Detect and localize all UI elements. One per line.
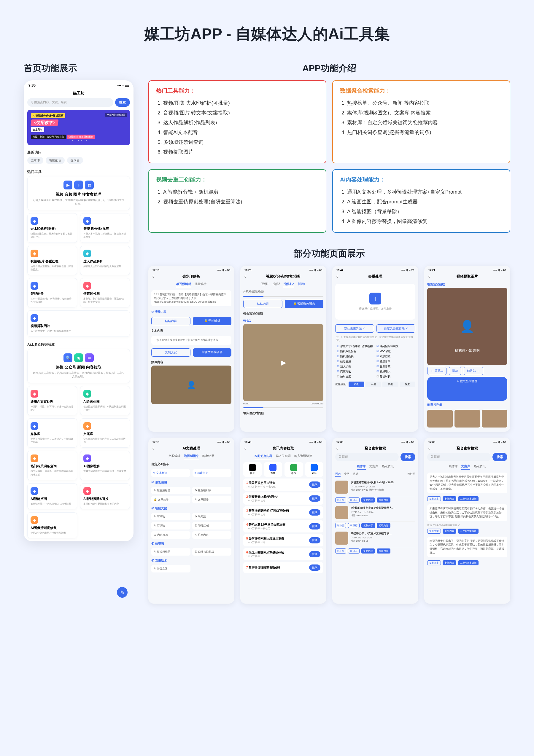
ai-tool-card[interactable]: ◆Ai智能抠图智能识别图片中的人物物体，精准抠图	[27, 483, 77, 509]
media-action[interactable]: 拉取内容	[377, 549, 390, 554]
threshold-slider[interactable]	[243, 296, 323, 297]
media-action[interactable]: ⎘ 斗音	[335, 549, 346, 554]
source-app[interactable]: 百度	[264, 462, 282, 477]
tab-video2[interactable]: 视频2	[272, 282, 280, 287]
upload-area[interactable]: ↑ 请选择有视频/图片文件上传	[335, 284, 415, 320]
video-progress[interactable]	[243, 407, 323, 408]
ai-cmd-tag[interactable]: ⚙ 检查错别字	[192, 487, 231, 494]
back-icon[interactable]: ‹	[153, 446, 154, 451]
thumb[interactable]	[335, 481, 348, 494]
search-input[interactable]: Q 搜热点内容、文案、短视…	[27, 98, 113, 107]
fetch-button[interactable]: 拉取	[309, 551, 321, 557]
ai-cmd-tag[interactable]: ✎ 写概论	[151, 513, 190, 520]
checkbox-option[interactable]: 亮度修改	[337, 370, 374, 373]
tab-video1[interactable]: 视频1	[261, 282, 269, 287]
split-button[interactable]: 🔓 智能拆分镜头	[285, 300, 323, 308]
thumb[interactable]	[482, 410, 507, 427]
thumb[interactable]	[335, 531, 348, 545]
back-icon[interactable]: ‹	[244, 446, 246, 451]
tool-card[interactable]: ◆智能 拆分镜+混剪可导入多个视频，拆分镜头，随机混剪成新视频	[80, 213, 130, 243]
paste-button[interactable]: 粘贴内容	[243, 300, 282, 308]
tool-card[interactable]: ◆智能配音100+中配音角色，所有情绪、每角色语气变化演绎	[27, 278, 77, 308]
video-preview[interactable]: ▶	[243, 324, 323, 401]
copy-button[interactable]: 复制文案	[151, 348, 190, 357]
ai-cmd-tag[interactable]: ✎ 文章翻译	[192, 496, 231, 503]
checkbox-option[interactable]: 随机Ai裁创色	[337, 350, 374, 353]
checkbox-option[interactable]: 序列帧后等调改	[377, 344, 413, 348]
back-icon[interactable]: ‹	[244, 274, 246, 279]
promo-banner[interactable]: Ai智能拆分分镜+随机混剪 <使用教学> 全新Ai文案编辑器 去水印? 热搜、新…	[27, 110, 130, 145]
tool-card[interactable]: ◆视频/图片 去重处理通过自研去重算法，均衡多种设置，降低查重度。	[27, 246, 77, 275]
ai-cmd-tag[interactable]: ✎ 带货文案	[151, 565, 190, 573]
media-action[interactable]: ⊞ 保存	[348, 523, 359, 528]
checkbox-option[interactable]: 随机转换换	[337, 355, 374, 359]
paste-button[interactable]: 粘贴内容	[151, 317, 190, 325]
capture-button[interactable]: ✂ 截取当前画面	[427, 377, 507, 401]
tab-add[interactable]: 新增+	[298, 282, 306, 287]
media-action[interactable]: ⎘ 斗音	[335, 498, 346, 502]
checkbox-option[interactable]: 淡入淡出	[337, 364, 374, 368]
del-btn[interactable]: 删除内容	[443, 496, 456, 501]
recent-pill[interactable]: 提词器	[67, 157, 83, 164]
url-textarea[interactable]: 6.12 复制打开抖音，看看【测绘的图片】山东人强悍直内原来如此#山东 # 山东…	[151, 290, 231, 306]
recent-pill[interactable]: 去水印	[27, 157, 43, 164]
media-action[interactable]: 复制内容	[361, 523, 375, 528]
feature-big-card[interactable]: ▶ ♪ ▦ 视频 音频 图片 转文案处理 可输入媒体平台音视链接，支持图片内容理…	[27, 176, 130, 210]
search-button[interactable]: 搜索	[401, 453, 415, 461]
ai-cmd-tag[interactable]: 🔒 文章总结	[151, 496, 190, 503]
ai-tool-card[interactable]: ◆文案库众多领域Ai撰定格内容探，二次Ai假设拷作	[80, 418, 130, 448]
source-app[interactable]: 知乎	[305, 462, 324, 477]
editor-button[interactable]: 前往文案编辑器	[193, 348, 231, 357]
fwd-1s-button[interactable]: 前进1s →	[464, 367, 483, 375]
checkbox-option[interactable]: 音量音频	[377, 364, 413, 368]
source-app[interactable]: 抖音	[243, 462, 262, 477]
fetch-button[interactable]: 拉取	[309, 481, 321, 488]
ai-cmd-tag[interactable]: ⦿ 口播拉取脱搞	[192, 548, 231, 555]
recent-pill[interactable]: 智能配音	[46, 157, 65, 164]
intensity-option[interactable]: 高级	[382, 382, 398, 387]
fetch-button[interactable]: 拉取	[309, 537, 321, 543]
checkbox-option[interactable]: MD5修改	[377, 350, 413, 353]
edit-btn[interactable]: 二次Ai文案编辑	[458, 560, 479, 565]
copy-btn[interactable]: 复制文案	[427, 496, 441, 501]
ai-tool-card[interactable]: ◆通用Ai文案处理Ai撰技、消重、改写 等，众多Ai文案处理能力	[27, 386, 77, 415]
ai-tool-card[interactable]: ◆Ai智能擦除&替换支持任何选中要擦除和替换的内容	[80, 483, 130, 509]
search-button[interactable]: 搜索	[115, 98, 130, 107]
tab-video3[interactable]: 视频3 ✓	[283, 282, 294, 287]
clear-link[interactable]: ⊘ 清除内容	[151, 308, 231, 315]
parse-button[interactable]: 🔓 开始解析	[193, 317, 231, 325]
copy-btn[interactable]: 复制文案	[427, 560, 441, 565]
fetch-button[interactable]: 拉取	[309, 496, 321, 501]
ai-cmd-tag[interactable]: ✎ 短视频标题	[151, 548, 190, 555]
search-input[interactable]: Q 汉服	[335, 453, 399, 461]
search-input[interactable]: Q 汉服	[427, 453, 491, 461]
checkbox-option[interactable]: 修改尺寸+画中画+背景模糊	[337, 344, 374, 348]
fetch-button[interactable]: 拉取	[309, 509, 321, 516]
tool-card[interactable]: ◆达人作品解析解析达人全部作品列表导入到拉取库	[80, 246, 130, 275]
media-action[interactable]: 拉取内容	[377, 498, 390, 502]
media-action[interactable]: 拉取内容	[377, 523, 390, 528]
checkbox-option[interactable]: 控时速度	[337, 375, 374, 379]
ai-cmd-tag[interactable]: ✎ 扩写内容	[192, 531, 231, 539]
thumb[interactable]	[455, 410, 480, 427]
back-icon[interactable]: ‹	[153, 274, 154, 279]
media-action[interactable]: ⊞ 保存	[348, 549, 359, 554]
tool-card[interactable]: ◆视频提取图片从一段视频中，选中一帧截取出来图片	[27, 310, 130, 337]
ai-cmd-tag[interactable]: ⚙ 取阅柒	[192, 513, 231, 520]
copy-btn[interactable]: 复制文案	[427, 528, 441, 534]
back-1s-button[interactable]: ← 后退1s	[427, 367, 446, 375]
ai-tool-card[interactable]: ◆Ai图像清晰度修复使用Ai让您的老照片模糊照片清晰	[27, 512, 77, 538]
back-icon[interactable]: ‹	[336, 446, 338, 451]
ai-cmd-tag[interactable]: ⦿ 智能二创	[192, 522, 231, 529]
media-action[interactable]: ⊞ 保存	[348, 498, 359, 502]
intensity-option[interactable]: 初级	[349, 382, 364, 387]
ai-cmd-tag[interactable]: ✎ 短视频标题	[151, 487, 190, 494]
thumb[interactable]	[427, 410, 453, 427]
play-button[interactable]: 播放	[449, 367, 461, 375]
source-app[interactable]: 微信	[285, 462, 303, 477]
media-action[interactable]: ⎘ 斗音	[335, 523, 346, 528]
ai-tool-card[interactable]: ◆热门相关词条查询相关起标题、查词条、相关民间内容推与精准互联	[27, 451, 77, 480]
back-icon[interactable]: ‹	[428, 274, 430, 279]
media-preview[interactable]: 👤	[151, 365, 231, 404]
ai-cmd-tag[interactable]: ✎ 写评论	[151, 522, 190, 529]
